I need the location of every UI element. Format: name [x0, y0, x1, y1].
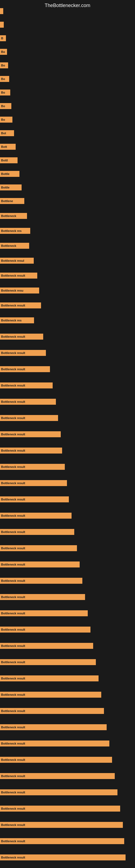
- bar-label-41: Bottleneck result: [1, 612, 25, 615]
- bar-label-46: Bottleneck result: [1, 693, 25, 696]
- bar-item-52: Bottleneck result: [0, 789, 118, 795]
- bar-item-15: Bottlene: [0, 198, 24, 204]
- bar-item-49: Bottleneck result: [0, 741, 109, 746]
- bar-label-25: Bottleneck result: [1, 351, 25, 354]
- bar-item-8: Bo: [0, 103, 11, 109]
- bar-item-23: Bottleneck res: [0, 317, 34, 323]
- chart-area: TheBottlenecker.com BBoBoBoBoBoBoBotBott…: [0, 0, 135, 868]
- bar-label-45: Bottleneck result: [1, 677, 25, 680]
- bar-item-53: Bottleneck result: [0, 806, 120, 812]
- bar-label-51: Bottleneck result: [1, 774, 25, 778]
- bar-label-43: Bottleneck result: [1, 644, 25, 648]
- bar-item-2: [0, 22, 4, 28]
- bar-item-38: Bottleneck result: [0, 561, 80, 567]
- bar-label-30: Bottleneck result: [1, 433, 25, 436]
- bar-label-14: Bottle: [1, 186, 9, 189]
- bar-item-45: Bottleneck result: [0, 675, 98, 681]
- bar-item-37: Bottleneck result: [0, 545, 77, 551]
- bar-label-23: Bottleneck res: [1, 319, 21, 322]
- bar-label-34: Bottleneck result: [1, 498, 25, 501]
- bar-item-11: Bott: [0, 144, 16, 150]
- bar-label-17: Bottleneck res: [1, 229, 21, 232]
- bar-item-41: Bottleneck result: [0, 610, 88, 616]
- bar-item-14: Bottle: [0, 184, 21, 190]
- bar-label-37: Bottleneck result: [1, 547, 25, 550]
- bar-item-32: Bottleneck result: [0, 464, 65, 470]
- bar-item-5: Bo: [0, 62, 8, 68]
- bar-label-40: Bottleneck result: [1, 595, 25, 599]
- bar-label-53: Bottleneck result: [1, 807, 25, 810]
- bar-item-36: Bottleneck result: [0, 529, 74, 535]
- bar-label-39: Bottleneck result: [1, 579, 25, 582]
- bar-label-11: Bott: [1, 145, 7, 148]
- bar-label-7: Bo: [1, 91, 5, 94]
- bar-item-56: Bottleneck result: [0, 855, 126, 860]
- bar-item-1: [0, 8, 3, 14]
- bar-item-44: Bottleneck result: [0, 659, 96, 665]
- bar-item-39: Bottleneck result: [0, 578, 82, 584]
- bar-label-44: Bottleneck result: [1, 660, 25, 664]
- bar-label-56: Bottleneck result: [1, 856, 25, 859]
- bar-item-12: Bottl: [0, 157, 17, 163]
- bar-item-21: Bottleneck resu: [0, 287, 39, 293]
- bar-label-54: Bottleneck result: [1, 823, 25, 827]
- bar-label-15: Bottlene: [1, 199, 13, 203]
- bar-item-27: Bottleneck result: [0, 382, 53, 389]
- bar-item-46: Bottleneck result: [0, 692, 101, 698]
- bar-item-10: Bot: [0, 130, 14, 136]
- bar-item-28: Bottleneck result: [0, 399, 56, 405]
- bar-item-20: Bottleneck result: [0, 273, 37, 279]
- bar-item-24: Bottleneck result: [0, 334, 43, 340]
- bar-label-29: Bottleneck result: [1, 416, 25, 420]
- bar-item-54: Bottleneck result: [0, 822, 123, 828]
- bar-item-29: Bottleneck result: [0, 415, 58, 421]
- bar-item-22: Bottleneck result: [0, 303, 41, 308]
- bar-label-35: Bottleneck result: [1, 514, 25, 517]
- bar-label-38: Bottleneck result: [1, 563, 25, 566]
- site-title: TheBottlenecker.com: [0, 0, 135, 10]
- bar-item-33: Bottleneck result: [0, 480, 67, 486]
- bar-item-7: Bo: [0, 90, 10, 95]
- bar-label-3: B: [1, 37, 3, 40]
- bar-item-34: Bottleneck result: [0, 496, 69, 502]
- bar-label-5: Bo: [1, 64, 5, 67]
- bar-label-18: Bottleneck: [1, 244, 16, 247]
- bar-item-25: Bottleneck result: [0, 350, 46, 356]
- bar-label-42: Bottleneck result: [1, 628, 25, 631]
- bar-item-4: Bo: [0, 49, 7, 55]
- bar-item-3: B: [0, 35, 6, 41]
- bar-item-16: Bottleneck: [0, 213, 27, 219]
- bar-item-40: Bottleneck result: [0, 594, 85, 600]
- bar-label-33: Bottleneck result: [1, 482, 25, 485]
- bar-label-26: Bottleneck result: [1, 368, 25, 371]
- bar-label-9: Bo: [1, 118, 5, 121]
- bar-item-13: Bottle: [0, 171, 19, 177]
- bar-label-6: Bo: [1, 77, 5, 81]
- bar-label-24: Bottleneck result: [1, 335, 25, 338]
- bar-label-50: Bottleneck result: [1, 758, 25, 762]
- bar-label-48: Bottleneck result: [1, 725, 25, 729]
- bar-label-47: Bottleneck result: [1, 709, 25, 713]
- bar-label-36: Bottleneck result: [1, 530, 25, 533]
- bar-item-50: Bottleneck result: [0, 757, 112, 763]
- bar-label-12: Bottl: [1, 159, 8, 162]
- bar-label-55: Bottleneck result: [1, 839, 25, 843]
- bar-label-52: Bottleneck result: [1, 791, 25, 794]
- bar-item-48: Bottleneck result: [0, 724, 107, 730]
- bar-item-26: Bottleneck result: [0, 366, 50, 372]
- bar-label-8: Bo: [1, 104, 5, 108]
- bar-item-9: Bo: [0, 117, 12, 123]
- bar-item-6: Bo: [0, 76, 9, 82]
- bar-label-10: Bot: [1, 131, 6, 135]
- bar-label-28: Bottleneck result: [1, 400, 25, 403]
- bar-item-30: Bottleneck result: [0, 431, 61, 437]
- bar-item-31: Bottleneck result: [0, 447, 62, 454]
- bar-item-47: Bottleneck result: [0, 708, 104, 714]
- bar-label-13: Bottle: [1, 172, 9, 176]
- bar-item-42: Bottleneck result: [0, 627, 90, 632]
- bar-label-20: Bottleneck result: [1, 274, 25, 277]
- bar-label-21: Bottleneck resu: [1, 289, 24, 292]
- bar-item-35: Bottleneck result: [0, 513, 72, 519]
- bar-label-32: Bottleneck result: [1, 465, 25, 468]
- bar-label-31: Bottleneck result: [1, 449, 25, 452]
